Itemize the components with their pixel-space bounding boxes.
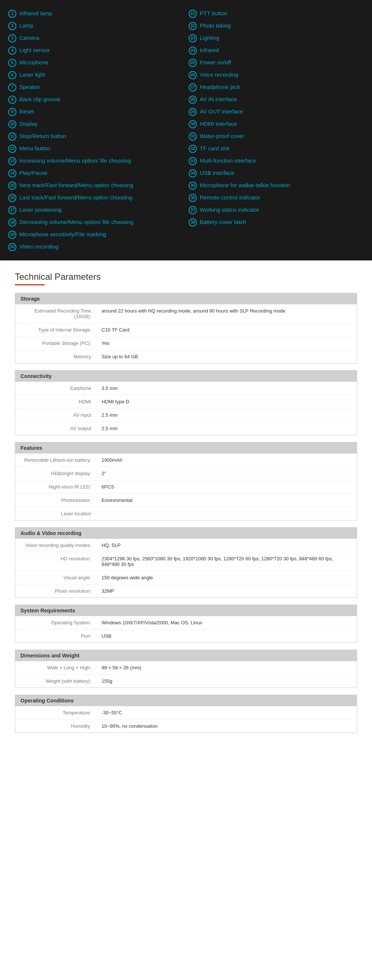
feature-item-17: 17Laser positioning xyxy=(8,204,184,216)
param-row: Operating System:Windows 10/8/7/XP/Vista… xyxy=(15,616,357,630)
param-label: Portable Storage (PC): xyxy=(15,339,97,348)
section-spacer xyxy=(15,691,357,695)
feature-item-32: 32TF card slot xyxy=(188,143,364,155)
param-row: Humidity:10~90%, no condensation xyxy=(15,719,357,733)
feature-item-23: 23Lighting xyxy=(188,32,364,44)
feature-text-30: HDMI interface xyxy=(200,120,237,127)
param-row: Temperature:-30~55°C xyxy=(15,706,357,719)
feature-text-5: Microphone xyxy=(19,59,48,66)
param-label: Estimated Recording Time (16GB): xyxy=(15,306,97,321)
feature-item-7: 7Speaker xyxy=(8,81,184,93)
param-label: Visual angle: xyxy=(15,573,97,582)
feature-item-22: 22Photo taking xyxy=(188,20,364,32)
feature-num-5: 5 xyxy=(8,59,16,67)
param-value xyxy=(97,509,357,518)
feature-text-3: Camera xyxy=(19,34,39,42)
feature-item-36: 36Remote control indicator xyxy=(188,192,364,204)
param-value: C10 TF Card xyxy=(97,325,357,334)
feature-text-8: Back clip groove xyxy=(19,95,60,103)
feature-text-29: AV OUT interface xyxy=(200,108,243,115)
param-label: Laser location xyxy=(15,509,97,518)
param-label: HD resolution: xyxy=(15,554,97,569)
section-header-1: Connectivity xyxy=(15,371,357,382)
param-row: Type of Internal Storage:C10 TF Card xyxy=(15,323,357,337)
feature-item-18: 18Decreasing volume/Menu option/ file ch… xyxy=(8,216,184,228)
feature-item-34: 34USB interface xyxy=(188,167,364,179)
feature-num-28: 28 xyxy=(189,95,197,104)
param-label: Operating System: xyxy=(15,618,97,627)
param-value: HQ, SLP xyxy=(97,541,357,550)
feature-item-3: 3Camera xyxy=(8,32,184,44)
feature-text-23: Lighting xyxy=(200,34,219,42)
feature-text-16: Last track/Fast forward/Menu option choo… xyxy=(19,194,132,201)
tech-parameters-section: Technical Parameters StorageEstimated Re… xyxy=(0,261,372,743)
feature-item-13: 13Increasing volume/Menu option/ file ch… xyxy=(8,155,184,167)
param-value: 155g xyxy=(97,676,357,686)
feature-item-21: 21PTT button xyxy=(188,8,364,20)
feature-num-25: 25 xyxy=(189,59,197,67)
feature-item-5: 5Microphone xyxy=(8,57,184,69)
param-row: HDMIHDMI type D xyxy=(15,395,357,409)
param-section-4: System RequirementsOperating System:Wind… xyxy=(15,605,357,643)
feature-item-19: 19Microphone sensitivity/File marking xyxy=(8,228,184,241)
feature-num-17: 17 xyxy=(8,206,16,214)
param-value: Environmental xyxy=(97,496,357,505)
feature-num-38: 38 xyxy=(189,218,197,227)
feature-item-10: 10Display xyxy=(8,118,184,130)
feature-item-9: 9Reset xyxy=(8,106,184,118)
features-left-column: 1Infrared lamp2Lamp3Camera4Light sensor5… xyxy=(8,8,184,253)
feature-text-26: Voice recording xyxy=(200,71,238,78)
param-value: 99 × 58 × 26 (mm) xyxy=(97,663,357,672)
feature-text-7: Speaker xyxy=(19,83,40,91)
feature-item-15: 15Next track/Fast forward/Menu option ch… xyxy=(8,179,184,192)
feature-num-11: 11 xyxy=(8,132,16,141)
param-value: 3.5 mm xyxy=(97,383,357,393)
feature-item-14: 14Play/Pause xyxy=(8,167,184,179)
feature-text-12: Menu button xyxy=(19,144,50,152)
param-section-3: Audio & Video recordingVoice recording q… xyxy=(15,527,357,598)
param-label: Removable Lithium-ion battery: xyxy=(15,455,97,465)
param-section-0: StorageEstimated Recording Time (16GB):a… xyxy=(15,293,357,363)
feature-text-25: Power on/off xyxy=(200,59,231,66)
param-row: Earphone3.5 mm xyxy=(15,382,357,395)
feature-text-13: Increasing volume/Menu option/ file choo… xyxy=(19,157,131,164)
param-row: AV input2.5 mm xyxy=(15,409,357,422)
feature-text-32: TF card slot xyxy=(200,144,229,152)
feature-text-33: Multi-function interface xyxy=(200,157,256,164)
feature-item-33: 33Multi-function interface xyxy=(188,155,364,167)
feature-num-9: 9 xyxy=(8,108,16,116)
feature-text-27: Headphone jack xyxy=(200,83,240,91)
feature-num-13: 13 xyxy=(8,157,16,165)
param-value: Yes xyxy=(97,339,357,348)
feature-num-1: 1 xyxy=(8,10,16,18)
param-row: Weight (with battery):155g xyxy=(15,675,357,687)
param-row: Portable Storage (PC):Yes xyxy=(15,337,357,350)
feature-item-26: 26Voice recording xyxy=(188,69,364,81)
feature-item-1: 1Infrared lamp xyxy=(8,8,184,20)
feature-num-29: 29 xyxy=(189,108,197,116)
param-value: 2304*1296 30 fps, 2560*1080 30 fps, 1920… xyxy=(97,554,357,569)
param-row: Estimated Recording Time (16GB):around 2… xyxy=(15,304,357,323)
feature-item-4: 4Light sensor xyxy=(8,44,184,57)
section-header-2: Features xyxy=(15,442,357,453)
param-row: Visual angle:150 degrees wide angle xyxy=(15,571,357,584)
param-row: Wide × Long × High:99 × 58 × 26 (mm) xyxy=(15,661,357,675)
feature-text-6: Laser light xyxy=(19,71,45,78)
feature-num-16: 16 xyxy=(8,194,16,202)
param-value: 2" xyxy=(97,469,357,478)
param-row: Port:USB xyxy=(15,630,357,643)
feature-text-31: Water-proof cover xyxy=(200,132,244,140)
param-row: AV output2.5 mm xyxy=(15,422,357,435)
feature-num-33: 33 xyxy=(189,157,197,165)
param-value: 150 degrees wide angle xyxy=(97,573,357,582)
param-value: 1900mAh xyxy=(97,455,357,465)
feature-text-17: Laser positioning xyxy=(19,206,61,213)
feature-num-35: 35 xyxy=(189,181,197,190)
param-label: Photo resolution: xyxy=(15,586,97,596)
feature-num-21: 21 xyxy=(189,10,197,18)
param-section-1: ConnectivityEarphone3.5 mmHDMIHDMI type … xyxy=(15,370,357,435)
feature-text-22: Photo taking xyxy=(200,22,231,29)
param-value: -30~55°C xyxy=(97,708,357,718)
feature-num-36: 36 xyxy=(189,194,197,202)
feature-item-16: 16Last track/Fast forward/Menu option ch… xyxy=(8,192,184,204)
